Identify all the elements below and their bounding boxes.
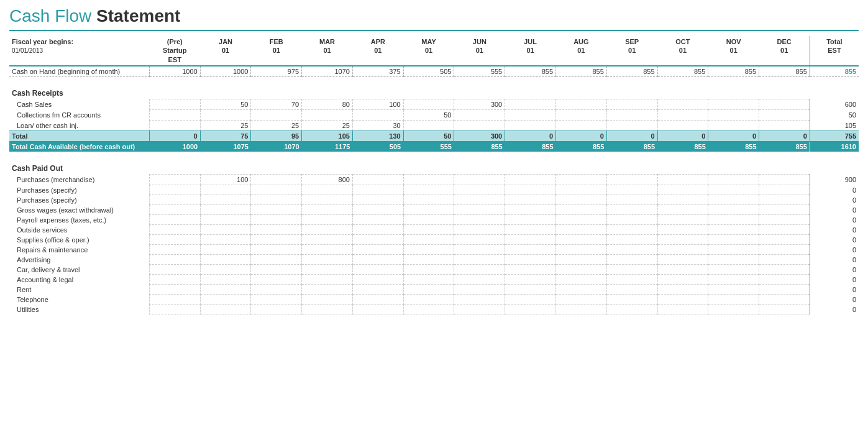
title-divider (9, 30, 859, 31)
cs-apr[interactable]: 100 (352, 99, 403, 110)
purchases-merch-row: Purchases (merchandise) 100 800 900 (9, 175, 859, 185)
cs-jul[interactable] (505, 99, 556, 110)
rent-row: Rent 0 (9, 285, 859, 295)
col-feb: FEB01 (251, 36, 302, 66)
col-total: TotalEST (810, 36, 859, 66)
cs-sep[interactable] (606, 99, 657, 110)
cash-paid-out-label: Cash Paid Out (9, 158, 859, 175)
header-row: Fiscal year begins: 01/01/2013 (Pre)Star… (9, 36, 859, 66)
coh-oct[interactable]: 855 (657, 66, 708, 77)
telephone-row: Telephone 0 (9, 295, 859, 305)
col-apr: APR01 (352, 36, 403, 66)
col-nov: NOV01 (708, 36, 759, 66)
gross-wages-row: Gross wages (exact withdrawal) 0 (9, 205, 859, 215)
cs-jun[interactable]: 300 (454, 99, 505, 110)
purchases-specify-1-row: Purchases (specify) 0 (9, 185, 859, 195)
coh-jun[interactable]: 555 (454, 66, 505, 77)
col-jun: JUN01 (454, 36, 505, 66)
cs-total: 600 (810, 99, 859, 110)
col-mar: MAR01 (302, 36, 353, 66)
col-startup: (Pre)StartupEST (149, 36, 200, 66)
loan-label: Loan/ other cash inj. (9, 121, 149, 131)
coh-may[interactable]: 505 (403, 66, 454, 77)
cash-on-hand-row: Cash on Hand (beginning of month) 1000 1… (9, 66, 859, 77)
col-sep: SEP01 (606, 36, 657, 66)
coh-jul[interactable]: 855 (505, 66, 556, 77)
coh-mar[interactable]: 1070 (302, 66, 353, 77)
cs-jan[interactable]: 50 (200, 99, 251, 110)
coh-apr[interactable]: 375 (352, 66, 403, 77)
col-may: MAY01 (403, 36, 454, 66)
col-jan: JAN01 (200, 36, 251, 66)
coh-sep[interactable]: 855 (606, 66, 657, 77)
cash-receipts-label: Cash Receipts (9, 83, 859, 99)
cs-may[interactable] (403, 99, 454, 110)
accounting-row: Accounting & legal 0 (9, 275, 859, 285)
coh-startup[interactable]: 1000 (149, 66, 200, 77)
cash-paid-out-section: Cash Paid Out (9, 158, 859, 175)
grand-total-row: Total Cash Available (before cash out) 1… (9, 142, 859, 152)
collections-label: Collections fm CR accounts (9, 110, 149, 121)
spacer-1 (9, 76, 859, 83)
col-dec: DEC01 (759, 36, 810, 66)
grand-total-label: Total Cash Available (before cash out) (9, 142, 149, 152)
coh-total: 855 (810, 66, 859, 77)
col-aug: AUG01 (556, 36, 607, 66)
spacer-2 (9, 152, 859, 158)
coh-aug[interactable]: 855 (556, 66, 607, 77)
coh-feb[interactable]: 975 (251, 66, 302, 77)
cash-sales-label: Cash Sales (9, 99, 149, 110)
receipts-total-label: Total (9, 131, 149, 142)
cash-on-hand-label: Cash on Hand (beginning of month) (9, 66, 149, 77)
loan-row: Loan/ other cash inj. 25 25 25 30 105 (9, 121, 859, 131)
cash-receipts-section: Cash Receipts (9, 83, 859, 99)
cash-sales-row: Cash Sales 50 70 80 100 300 600 (9, 99, 859, 110)
cs-aug[interactable] (556, 99, 607, 110)
coh-jan[interactable]: 1000 (200, 66, 251, 77)
cs-feb[interactable]: 70 (251, 99, 302, 110)
purchases-specify-2-row: Purchases (specify) 0 (9, 195, 859, 205)
coh-dec[interactable]: 855 (759, 66, 810, 77)
col-oct: OCT01 (657, 36, 708, 66)
cs-dec[interactable] (759, 99, 810, 110)
utilities-row: Utilities 0 (9, 305, 859, 314)
repairs-row: Repairs & maintenance 0 (9, 245, 859, 255)
cs-mar[interactable]: 80 (302, 99, 353, 110)
payroll-row: Payroll expenses (taxes, etc.) 0 (9, 215, 859, 225)
fiscal-header: Fiscal year begins: 01/01/2013 (9, 36, 149, 66)
cs-oct[interactable] (657, 99, 708, 110)
car-row: Car, delivery & travel 0 (9, 265, 859, 275)
receipts-total-row: Total 0 75 95 105 130 50 300 0 0 0 0 0 0… (9, 131, 859, 142)
cs-startup[interactable] (149, 99, 200, 110)
supplies-row: Supplies (office & oper.) 0 (9, 235, 859, 245)
page-title: Cash Flow Statement (9, 6, 859, 26)
coh-nov[interactable]: 855 (708, 66, 759, 77)
outside-services-row: Outside services 0 (9, 225, 859, 235)
collections-row: Collections fm CR accounts 50 50 (9, 110, 859, 121)
advertising-row: Advertising 0 (9, 255, 859, 265)
col-jul: JUL01 (505, 36, 556, 66)
cs-nov[interactable] (708, 99, 759, 110)
